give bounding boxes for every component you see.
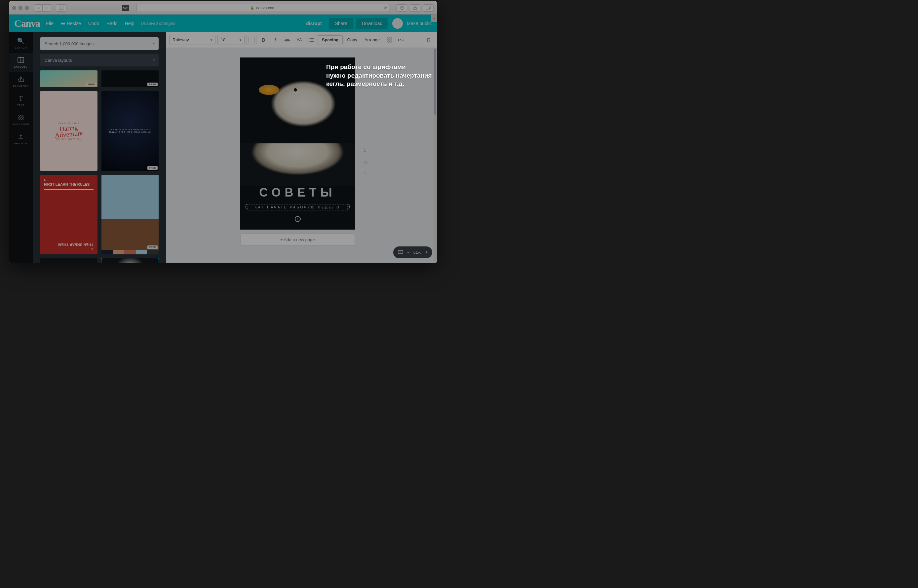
canvas-area: Raleway▾ 18▾ B I AA Spacing Copy Arrange xyxy=(166,32,437,263)
artboard[interactable]: СОВЕТЫ ( КАК НАЧАТЬ РАБОЧУЮ НЕДЕЛЮ ) ↓ 1… xyxy=(240,58,355,229)
nav-layouts[interactable]: LAYOUTS xyxy=(9,53,33,72)
chevron-down-icon: ▼ xyxy=(152,42,155,45)
layout-thumb[interactable]: FREE xyxy=(102,175,159,254)
layout-thumb[interactable]: I. FIRST LEARN THE RULES II. THEN BREAK … xyxy=(40,175,97,254)
download-button[interactable]: Download xyxy=(356,18,388,29)
nav-background[interactable]: BKGROUND xyxy=(9,111,33,130)
left-panel: Search 1,000,000 images...▼ Canva layout… xyxy=(33,32,166,263)
eagle-image-top xyxy=(240,58,355,150)
artboard-viewport[interactable]: СОВЕТЫ ( КАК НАЧАТЬ РАБОЧУЮ НЕДЕЛЮ ) ↓ 1… xyxy=(166,48,437,263)
bold-button[interactable]: B xyxy=(259,35,268,45)
text-icon: T xyxy=(19,95,23,102)
share-icon[interactable] xyxy=(410,4,420,11)
duplicate-page-icon[interactable]: ⧉ xyxy=(364,160,367,165)
lock-icon: 🔒 xyxy=(250,6,254,10)
elements-icon xyxy=(18,76,24,83)
avatar[interactable] xyxy=(392,18,403,29)
font-size-input[interactable]: 18▾ xyxy=(217,35,244,45)
browser-toolbar: ‹ › ABP 🔒 canva.com ⟳ xyxy=(9,1,437,15)
nav-uploads[interactable]: UPLOADS xyxy=(9,130,33,149)
nav-text[interactable]: TTEXT xyxy=(9,92,33,111)
arrange-button[interactable]: Arrange xyxy=(362,37,382,42)
layout-thumb[interactable]: LIFE IS EITHER A Daring Adventure OR NOT… xyxy=(40,91,97,171)
search-icon: 🔍 xyxy=(17,37,25,45)
font-select[interactable]: Raleway▾ xyxy=(169,35,215,45)
svg-point-9 xyxy=(18,79,21,82)
new-tab-button[interactable]: + xyxy=(431,15,437,22)
unsaved-status: Unsaved changes xyxy=(141,21,175,26)
zoom-controls: − 61% + xyxy=(393,246,432,258)
nav-search[interactable]: 🔍SEARCH xyxy=(9,34,33,53)
property-bar: Raleway▾ 18▾ B I AA Spacing Copy Arrange xyxy=(166,32,437,48)
sidebar-toggle-icon[interactable] xyxy=(56,4,66,11)
svg-rect-5 xyxy=(426,7,429,10)
svg-point-17 xyxy=(309,41,310,42)
arrow-down-circle-icon[interactable]: ↓ xyxy=(295,216,301,222)
svg-rect-23 xyxy=(386,37,392,43)
side-nav: 🔍SEARCH LAYOUTS ELEMENTS TTEXT BKGROUND … xyxy=(9,32,33,263)
canva-logo[interactable]: Canva xyxy=(14,18,40,29)
uploads-icon xyxy=(18,133,24,141)
layouts-select[interactable]: Canva layouts▼ xyxy=(40,54,158,66)
copy-button[interactable]: Copy xyxy=(345,37,360,42)
share-button[interactable]: Share xyxy=(329,18,353,29)
present-icon[interactable] xyxy=(398,250,403,255)
layout-thumb-selected[interactable] xyxy=(102,258,159,263)
url-host: canva.com xyxy=(256,6,275,10)
layout-thumb[interactable]: The purpose of art is washing the dust o… xyxy=(102,91,159,171)
menu-undo[interactable]: Undo xyxy=(88,21,99,26)
menu-resize[interactable]: Resize xyxy=(61,21,81,26)
link-button[interactable] xyxy=(396,35,406,45)
zoom-out-button[interactable]: − xyxy=(407,250,409,255)
nav-elements[interactable]: ELEMENTS xyxy=(9,72,33,92)
transparency-button[interactable] xyxy=(384,35,394,45)
eagle-image-mid xyxy=(240,143,355,186)
layout-thumb[interactable]: FREE xyxy=(40,70,97,87)
menu-help[interactable]: Help xyxy=(125,21,134,26)
crown-icon xyxy=(61,21,65,26)
list-button[interactable] xyxy=(306,35,316,45)
downloads-icon[interactable] xyxy=(396,4,407,11)
project-name[interactable]: disrupt xyxy=(306,21,322,26)
spacing-button[interactable]: Spacing xyxy=(318,36,343,44)
uppercase-button[interactable]: AA xyxy=(294,35,304,45)
svg-point-15 xyxy=(309,38,310,39)
menu-redo[interactable]: Redo xyxy=(107,21,117,26)
layout-thumb[interactable] xyxy=(40,258,97,263)
design-title-text[interactable]: СОВЕТЫ xyxy=(240,186,355,200)
back-button[interactable]: ‹ xyxy=(34,4,43,11)
italic-button[interactable]: I xyxy=(270,35,280,45)
app-topbar: Canva File Resize Undo Redo Help Unsaved… xyxy=(9,15,437,32)
search-input[interactable]: Search 1,000,000 images...▼ xyxy=(40,37,158,50)
svg-rect-0 xyxy=(59,6,63,10)
zoom-value[interactable]: 61% xyxy=(414,250,421,255)
add-page-button[interactable]: + Add a new page xyxy=(240,234,355,246)
svg-point-16 xyxy=(309,40,310,40)
design-subtitle-selected[interactable]: ( КАК НАЧАТЬ РАБОЧУЮ НЕДЕЛЮ ) xyxy=(247,204,347,210)
layout-thumb[interactable]: FREE xyxy=(102,70,159,87)
color-picker[interactable] xyxy=(247,35,257,45)
reload-icon[interactable]: ⟳ xyxy=(384,6,387,10)
make-public-button[interactable]: Make public xyxy=(407,21,432,26)
align-button[interactable] xyxy=(282,35,292,45)
color-swatch xyxy=(248,37,255,43)
forward-button[interactable]: › xyxy=(43,4,51,11)
delete-button[interactable] xyxy=(423,35,433,45)
svg-rect-10 xyxy=(21,79,23,82)
window-controls[interactable] xyxy=(12,6,29,10)
page-number: 1 xyxy=(363,147,367,153)
tabs-icon[interactable] xyxy=(423,4,433,11)
abp-badge: ABP xyxy=(122,5,129,11)
background-icon xyxy=(18,114,24,121)
scrollbar[interactable] xyxy=(433,48,437,263)
delete-page-icon[interactable]: ▫ xyxy=(364,170,367,175)
layouts-icon xyxy=(18,57,24,64)
nav-buttons[interactable]: ‹ › xyxy=(34,4,51,11)
url-bar[interactable]: 🔒 canva.com ⟳ xyxy=(136,4,389,12)
chevron-down-icon: ▼ xyxy=(152,58,155,62)
zoom-in-button[interactable]: + xyxy=(425,250,428,255)
menu-file[interactable]: File xyxy=(46,21,53,26)
